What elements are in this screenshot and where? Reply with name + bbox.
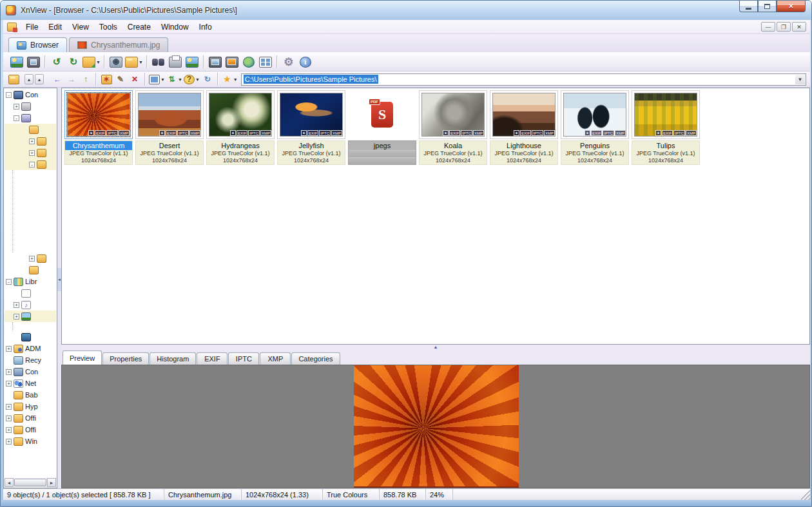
tree-item[interactable]	[5, 264, 56, 276]
tree-item-net[interactable]: +Net	[5, 378, 56, 389]
tree-item[interactable]: +♪	[5, 299, 56, 311]
panel-tab-exif[interactable]: EXIF	[197, 352, 227, 365]
maximize-button[interactable]	[758, 1, 777, 12]
mdi-close-button[interactable]: ✕	[792, 22, 806, 32]
menu-tools[interactable]: Tools	[94, 21, 122, 33]
resize-grip[interactable]	[801, 489, 810, 500]
new-folder-button[interactable]: ✶	[99, 73, 113, 86]
browse-button[interactable]	[8, 54, 25, 70]
tree-item-win[interactable]: +Win	[5, 435, 56, 447]
delete-button[interactable]: ✕	[128, 73, 142, 86]
filter-button[interactable]: ?▼	[183, 73, 200, 86]
address-bar[interactable]: C:\Users\Public\Pictures\Sample Pictures…	[241, 73, 806, 86]
tree-item-con[interactable]: -Con	[5, 89, 56, 100]
horizontal-splitter[interactable]: ▲	[61, 345, 810, 350]
tree-item-libr[interactable]: -Libr	[5, 276, 56, 287]
minimize-button[interactable]	[739, 1, 758, 12]
web-button[interactable]	[240, 54, 257, 70]
menu-create[interactable]: Create	[122, 21, 156, 33]
tree-item-con[interactable]: +Con	[5, 366, 56, 378]
tree-item[interactable]: +	[5, 100, 56, 112]
thumbnail-item-koala[interactable]: EXIFIPTCXMPKoalaJPEG TrueColor (v1.1)102…	[419, 90, 487, 165]
panel-tab-histogram[interactable]: Histogram	[150, 352, 196, 365]
panel-tab-properties[interactable]: Properties	[102, 352, 149, 365]
tree-item[interactable]: -	[5, 112, 56, 124]
tree-item[interactable]: -	[5, 158, 56, 170]
tree-expander[interactable]: +	[14, 302, 19, 308]
scrollbar-thumb[interactable]	[14, 479, 46, 486]
dropdown-arrow-icon[interactable]: ▼	[160, 77, 165, 82]
mdi-minimize-button[interactable]: —	[761, 22, 775, 32]
tree-item[interactable]	[5, 124, 56, 135]
tree-expander[interactable]: +	[29, 139, 35, 144]
dropdown-arrow-icon[interactable]: ▼	[139, 60, 143, 64]
menu-file[interactable]: File	[21, 21, 43, 33]
screen-capture-button[interactable]	[207, 54, 224, 70]
pane-collapse-left-button[interactable]: ▲	[24, 74, 34, 84]
slideshow-button[interactable]	[184, 54, 200, 70]
panel-tab-xmp[interactable]: XMP	[260, 352, 291, 365]
view-mode-button[interactable]: ▼	[148, 73, 166, 86]
thumbnail-item-chrysanthemum[interactable]: EXIFIPTCXMPChrysanthemumJPEG TrueColor (…	[64, 90, 133, 165]
tree-expander[interactable]: -	[14, 115, 19, 121]
pane-collapse-right-button[interactable]: ▲	[35, 74, 44, 84]
refresh-button[interactable]: ↻	[200, 73, 215, 86]
thumbnail-item-desert[interactable]: EXIFIPTCXMPDesertJPEG TrueColor (v1.1)10…	[135, 90, 204, 165]
rotate-left-button[interactable]: ↺	[48, 54, 65, 70]
folders-pane-toggle-button[interactable]	[6, 73, 21, 86]
tree-expander[interactable]: +	[6, 369, 12, 375]
rotate-right-button[interactable]: ↻	[65, 54, 82, 70]
tree-expander[interactable]: +	[29, 256, 35, 262]
address-dropdown-button[interactable]: ▼	[795, 75, 805, 84]
scroll-right-button[interactable]: ►	[47, 478, 56, 487]
mdi-restore-button[interactable]: ❐	[777, 22, 791, 32]
layout-button[interactable]	[257, 54, 274, 70]
dropdown-arrow-icon[interactable]: ▼	[178, 77, 182, 82]
capture-button[interactable]	[108, 54, 124, 70]
tree-item-recy[interactable]: Recy	[5, 354, 56, 366]
panel-tab-categories[interactable]: Categories	[291, 352, 340, 365]
tree-item[interactable]	[5, 331, 56, 343]
scroll-left-button[interactable]: ◄	[5, 478, 14, 487]
close-button[interactable]: ✕	[777, 1, 806, 12]
tree-expander[interactable]: -	[6, 92, 12, 98]
tree-expander[interactable]: +	[14, 104, 19, 110]
tree-item-offi[interactable]: +Offi	[5, 424, 56, 435]
thumbnail-item-tulips[interactable]: EXIFIPTCXMPTulipsJPEG TrueColor (v1.1)10…	[632, 90, 700, 165]
edit-button[interactable]: ✎	[113, 73, 128, 86]
thumbnail-item-jpegs[interactable]: SPDFjpegs	[348, 90, 416, 165]
dropdown-arrow-icon[interactable]: ▼	[195, 77, 200, 82]
menu-window[interactable]: Window	[156, 21, 194, 33]
tree-expander[interactable]: +	[6, 427, 12, 433]
print-button[interactable]	[167, 54, 184, 70]
panel-tab-preview[interactable]: Preview	[63, 350, 102, 365]
menu-view[interactable]: View	[67, 21, 94, 33]
thumbnail-item-jellyfish[interactable]: EXIFIPTCXMPJellyfishJPEG TrueColor (v1.1…	[277, 90, 345, 165]
tree-expander[interactable]: +	[14, 314, 19, 320]
dropdown-arrow-icon[interactable]: ▼	[96, 60, 101, 64]
thumbnail-item-penguins[interactable]: EXIFIPTCXMPPenguinsJPEG TrueColor (v1.1)…	[561, 90, 629, 165]
tree-expander[interactable]: +	[6, 346, 12, 352]
tree-expander[interactable]: +	[29, 150, 35, 156]
tab-chrysanthemum-jpg[interactable]: Chrysanthemum.jpg	[69, 37, 168, 52]
tree-item-offi[interactable]: +Offi	[5, 412, 56, 424]
convert-button[interactable]: ▼	[82, 54, 101, 70]
tree-item[interactable]: +	[5, 135, 56, 147]
back-button[interactable]: ←	[50, 73, 64, 86]
tab-browser[interactable]: Browser	[8, 37, 67, 52]
wallpaper-button[interactable]	[224, 54, 240, 70]
sort-button[interactable]: ⇅▼	[166, 73, 183, 86]
settings-button[interactable]: ⚙	[280, 54, 297, 70]
search-button[interactable]	[150, 54, 167, 70]
forward-button[interactable]: →	[64, 73, 79, 86]
tree-expander[interactable]: -	[6, 279, 12, 285]
tree-item[interactable]: +	[5, 253, 56, 264]
tree-expander[interactable]: +	[6, 416, 12, 421]
tree-horizontal-scrollbar[interactable]: ◄ ►	[5, 478, 56, 487]
favorites-button[interactable]: ★▼	[221, 73, 238, 86]
tree-item-adm[interactable]: +ADM	[5, 343, 56, 354]
thumbnail-item-lighthouse[interactable]: EXIFIPTCXMPLighthouseJPEG TrueColor (v1.…	[490, 90, 558, 165]
tree-expander[interactable]: -	[29, 162, 35, 167]
panel-tab-iptc[interactable]: IPTC	[228, 352, 259, 365]
menu-info[interactable]: Info	[194, 21, 217, 33]
